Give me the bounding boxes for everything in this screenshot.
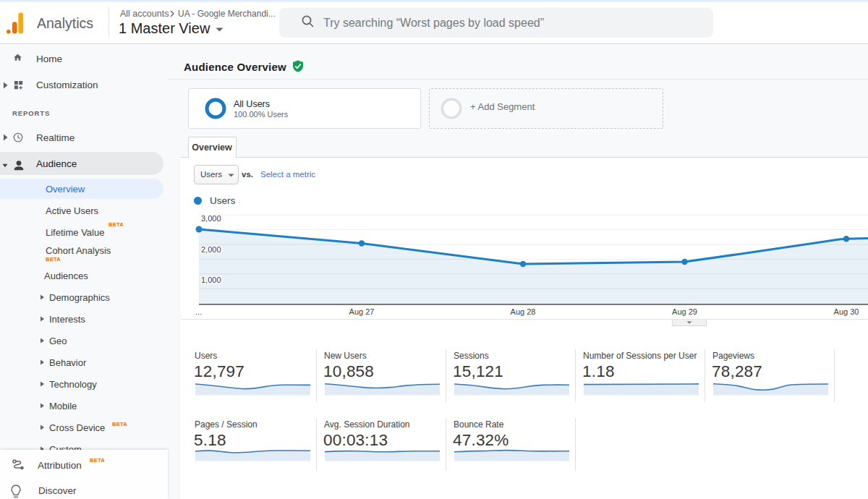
svg-text:Aug 29: Aug 29	[672, 307, 697, 316]
svg-text:3,000: 3,000	[201, 214, 221, 223]
svg-text:1,000: 1,000	[201, 276, 221, 284]
svg-text:2,000: 2,000	[201, 245, 221, 254]
svg-text:Aug 28: Aug 28	[511, 307, 536, 316]
svg-text:...: ...	[195, 307, 202, 316]
svg-text:Aug 27: Aug 27	[349, 307, 375, 316]
svg-text:Aug 30: Aug 30	[834, 307, 859, 316]
